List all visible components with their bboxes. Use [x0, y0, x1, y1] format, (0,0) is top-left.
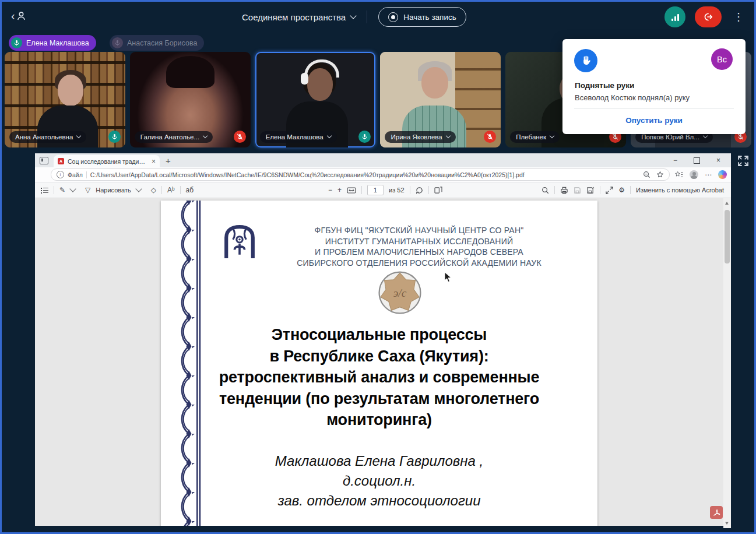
scroll-down-arrow[interactable]	[725, 522, 729, 525]
signal-bar-icon	[674, 16, 676, 21]
header-line: ФГБУН ФИЦ "ЯКУТСКИЙ НАУЧНЫЙ ЦЕНТР СО РАН…	[254, 225, 584, 236]
acrobat-floating-button[interactable]	[710, 506, 723, 519]
tab-layout-icon[interactable]	[40, 157, 48, 164]
header-line: И ПРОБЛЕМ МАЛОЧИСЛЕННЫХ НАРОДОВ СЕВЕРА	[254, 247, 584, 258]
scroll-up-arrow[interactable]	[725, 202, 729, 205]
zoom-in-icon[interactable]: +	[337, 187, 342, 194]
start-recording-button[interactable]: Начать запись	[378, 7, 466, 27]
eraser-icon[interactable]: ◇	[151, 187, 156, 194]
scrollbar-thumb[interactable]	[725, 210, 730, 264]
browser-address-bar: i Файл C:/Users/User/AppData/Local/Micro…	[35, 167, 731, 182]
raised-hands-popup: Вс Поднятые руки Всеволод Костюк поднял(…	[562, 39, 746, 134]
participant-nametag[interactable]: Елена Маклашова	[260, 131, 337, 143]
pdf-favicon: A	[58, 158, 64, 164]
video-tile-active-speaker[interactable]: Елена Маклашова	[255, 52, 376, 147]
chevron-down-icon[interactable]	[135, 185, 142, 192]
chevron-down-icon	[445, 134, 450, 138]
slide-institution-header: ФГБУН ФИЦ "ЯКУТСКИЙ НАУЧНЫЙ ЦЕНТР СО РАН…	[254, 225, 584, 268]
author-line: зав. отделом этносоциологии	[175, 491, 583, 511]
participant-nametag[interactable]: Плебанек	[510, 131, 560, 143]
zoom-page-icon[interactable]	[643, 171, 650, 178]
meeting-title[interactable]: Соединяем пространства	[242, 12, 346, 22]
author-line: Маклашова Елена Гавриловна ,	[175, 451, 583, 471]
copilot-icon[interactable]	[718, 170, 727, 179]
window-controls: − ×	[673, 156, 726, 164]
close-window-button[interactable]: ×	[716, 156, 720, 164]
mouse-cursor	[444, 272, 452, 283]
header-line: ИНСТИТУТ ГУМАНИТАРНЫХ ИССЛЕДОВАНИЙ	[254, 236, 584, 247]
new-tab-button[interactable]: +	[166, 156, 171, 166]
page-number-input[interactable]	[367, 185, 384, 195]
favorite-star-icon[interactable]	[656, 171, 664, 178]
draw-icon[interactable]: ▽	[85, 187, 90, 194]
signal-bar-icon	[677, 14, 679, 21]
institute-logo	[223, 224, 256, 260]
video-tile[interactable]: Галина Анатолье...	[130, 52, 251, 147]
participant-nametag[interactable]: Галина Анатолье...	[135, 131, 213, 143]
lower-hands-button[interactable]: Опустить руки	[562, 116, 746, 125]
video-tile[interactable]: Анна Анатольевна	[5, 52, 125, 147]
emblem-text: э/с	[393, 287, 407, 299]
page-info-icon[interactable]: i	[57, 171, 64, 178]
chevron-down-icon	[550, 134, 554, 138]
chevron-down-icon	[327, 134, 332, 138]
top-bar-actions: ⋮	[664, 6, 746, 27]
participant-name: Анна Анатольевна	[15, 134, 73, 140]
popup-message: Всеволод Костюк поднял(а) руку	[575, 93, 690, 102]
mic-on-badge	[358, 131, 371, 143]
participant-name: Плебанек	[516, 134, 546, 140]
minimize-window-button[interactable]: −	[673, 156, 677, 164]
browser-menu-icon[interactable]: ⋯	[705, 171, 712, 179]
chevron-down-icon	[76, 134, 81, 138]
participant-nametag[interactable]: Анна Анатольевна	[9, 131, 86, 143]
divider	[367, 10, 367, 23]
leave-meeting-button[interactable]	[695, 6, 722, 27]
mic-muted-badge	[484, 131, 496, 143]
record-icon	[388, 12, 398, 22]
divider	[574, 108, 734, 108]
more-options-button[interactable]: ⋮	[731, 8, 746, 26]
fit-to-width-icon[interactable]	[347, 187, 356, 194]
divider	[86, 171, 87, 178]
pdf-toolbar-left: ✎ ▽ Нарисовать ◇ Aᵇ аб	[41, 182, 194, 198]
pdf-scrollbar[interactable]	[723, 198, 731, 528]
edit-with-acrobat-button[interactable]: Изменить с помощью Acrobat	[636, 187, 724, 194]
browser-tab[interactable]: A Соц исследования традиции и ... ×	[54, 155, 160, 167]
save-icon[interactable]	[574, 187, 581, 194]
address-field[interactable]: i Файл C:/Users/User/AppData/Local/Micro…	[51, 168, 670, 181]
back-chevron-icon: ‹	[11, 10, 15, 22]
person-icon	[16, 11, 26, 21]
draw-label[interactable]: Нарисовать	[96, 187, 131, 194]
translate-icon[interactable]: аб	[186, 187, 194, 194]
slide-page-1: ФГБУН ФИЦ "ЯКУТСКИЙ НАУЧНЫЙ ЦЕНТР СО РАН…	[161, 201, 597, 528]
save-as-icon[interactable]	[586, 187, 595, 194]
highlighter-icon[interactable]: ✎	[59, 187, 65, 194]
favorites-bar-icon[interactable]	[675, 171, 683, 178]
speaker-pill-inactive[interactable]: Анастасия Борисова	[110, 35, 204, 51]
shared-screen-browser-window: A Соц исследования традиции и ... × + − …	[35, 153, 731, 528]
participant-name: Ирина Яковлева	[391, 134, 442, 140]
close-tab-icon[interactable]: ×	[152, 157, 156, 166]
read-aloud-icon[interactable]: Aᵇ	[167, 187, 175, 194]
participant-nametag[interactable]: Ирина Яковлева	[385, 131, 455, 143]
back-to-participants-button[interactable]: ‹	[11, 10, 26, 22]
fullscreen-icon[interactable]	[606, 187, 613, 194]
search-icon[interactable]	[541, 187, 549, 194]
table-of-contents-icon[interactable]	[41, 187, 48, 194]
expand-fullscreen-button[interactable]	[737, 154, 750, 167]
video-tile[interactable]: Ирина Яковлева	[380, 52, 501, 147]
print-icon[interactable]	[560, 187, 568, 194]
mic-on-badge	[108, 131, 121, 143]
zoom-out-icon[interactable]: −	[328, 187, 332, 194]
speaker-pill-active[interactable]: Елена Маклашова	[9, 35, 96, 51]
page-view-icon[interactable]	[434, 187, 442, 194]
rotate-icon[interactable]	[416, 187, 423, 194]
browser-profile-avatar[interactable]	[690, 170, 698, 179]
title-line: тенденции (по результатам многолетнего	[175, 388, 583, 410]
chevron-down-icon[interactable]	[69, 185, 76, 192]
connection-quality-button[interactable]	[664, 6, 685, 27]
participant-avatar: Вс	[711, 48, 733, 70]
settings-gear-icon[interactable]: ⚙	[618, 187, 625, 194]
browser-toolbar-icons: ⋯	[675, 170, 727, 179]
restore-window-button[interactable]	[694, 157, 700, 164]
